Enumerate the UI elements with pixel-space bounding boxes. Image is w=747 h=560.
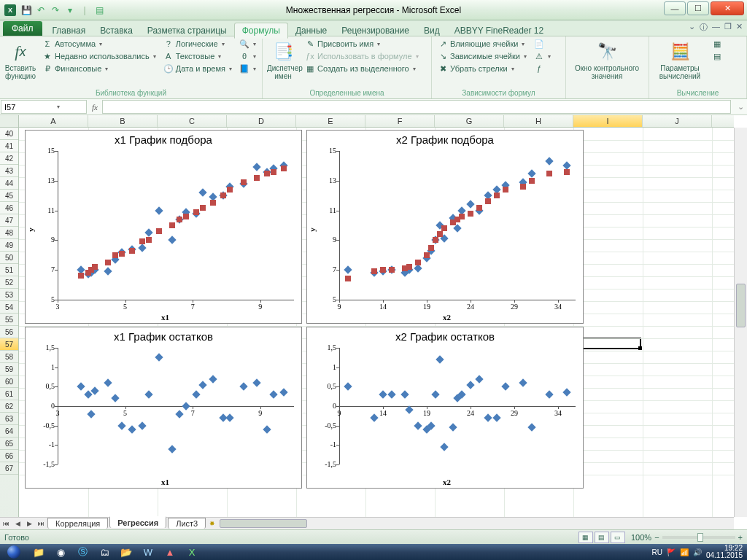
doc-restore-button[interactable]: ❐ (724, 22, 732, 33)
name-box[interactable]: ▾ (1, 100, 87, 114)
column-header[interactable]: E (296, 115, 365, 127)
show-formulas-button[interactable]: 📄 (533, 38, 552, 50)
ribbon-item[interactable]: ƒxИспользовать в формуле▾ (303, 50, 420, 62)
row-header[interactable]: 66 (0, 450, 18, 462)
ribbon-tab-вставка[interactable]: Вставка (93, 23, 140, 38)
undo-icon[interactable]: ↶ (35, 4, 47, 16)
qat-extra-icon[interactable]: ▤ (93, 4, 105, 16)
save-icon[interactable]: 💾 (20, 4, 32, 16)
row-header[interactable]: 46 (0, 202, 18, 214)
cell-grid[interactable]: x1 График подбора5791113153579x1yx2 Граф… (19, 128, 734, 517)
ribbon-tab-данные[interactable]: Данные (288, 23, 334, 38)
zoom-slider-knob[interactable] (697, 533, 703, 542)
tab-nav-last-icon[interactable]: ⏭ (35, 520, 47, 527)
ribbon-tab-вид[interactable]: Вид (417, 23, 447, 38)
column-header[interactable]: H (504, 115, 573, 127)
ribbon-item[interactable]: ★Недавно использовались▾ (41, 50, 158, 62)
row-header[interactable]: 67 (0, 462, 18, 475)
fx-button[interactable]: fx (88, 99, 102, 114)
vscroll-thumb[interactable] (736, 284, 746, 327)
ribbon-item[interactable]: ✖Убрать стрелки▾ (436, 63, 528, 74)
math-trig-button[interactable]: θ▾ (238, 50, 258, 62)
row-header[interactable]: 64 (0, 425, 18, 438)
row-header[interactable]: 54 (0, 301, 18, 314)
row-header[interactable]: 49 (0, 239, 18, 252)
zoom-in-button[interactable]: + (738, 533, 743, 542)
taskbar-folder-icon[interactable]: 🗂 (93, 544, 115, 560)
ribbon-tab-рецензирование[interactable]: Рецензирование (334, 23, 417, 38)
redo-icon[interactable]: ↷ (50, 4, 61, 16)
tab-nav-first-icon[interactable]: ⏮ (0, 520, 12, 527)
row-header[interactable]: 47 (0, 214, 18, 227)
zoom-slider[interactable] (662, 536, 735, 539)
close-button[interactable]: ✕ (711, 1, 744, 15)
ribbon-tab-abbyy-finereader-12[interactable]: ABBYY FineReader 12 (447, 23, 551, 38)
view-page-layout-button[interactable]: ▤ (595, 532, 609, 543)
name-manager-button[interactable]: 📑 Диспетчер имен (267, 38, 299, 80)
row-header[interactable]: 45 (0, 190, 18, 202)
row-header[interactable]: 60 (0, 376, 18, 388)
row-header[interactable]: 56 (0, 326, 18, 338)
ribbon-item[interactable]: ✎Присвоить имя▾ (303, 38, 420, 50)
ribbon-item[interactable]: ↘Зависимые ячейки▾ (436, 50, 528, 62)
minimize-button[interactable]: — (664, 1, 686, 15)
ribbon-tab-главная[interactable]: Главная (45, 23, 93, 38)
column-header[interactable]: B (88, 115, 158, 127)
error-check-button[interactable]: ⚠▾ (533, 50, 552, 62)
ribbon-item[interactable]: ΣАвтосумма▾ (41, 38, 158, 50)
help-icon[interactable]: ⓘ (700, 22, 708, 33)
row-header[interactable]: 41 (0, 140, 18, 152)
formula-input[interactable] (102, 100, 731, 114)
column-header[interactable]: D (227, 115, 296, 127)
new-sheet-icon[interactable]: ✸ (206, 520, 218, 527)
ribbon-item[interactable]: ↗Влияющие ячейки▾ (436, 38, 528, 50)
qat-more-icon[interactable]: ▾ (64, 4, 76, 16)
ribbon-minimize-icon[interactable]: ⌄ (689, 22, 695, 33)
sheet-tab[interactable]: Корреляция (47, 518, 108, 529)
column-header[interactable]: C (158, 115, 227, 127)
row-header[interactable]: 53 (0, 289, 18, 301)
start-button[interactable] (0, 544, 28, 560)
row-header[interactable]: 63 (0, 413, 18, 425)
horizontal-scrollbar[interactable] (218, 518, 734, 529)
tab-nav-prev-icon[interactable]: ◀ (12, 520, 23, 527)
calculate-now-button[interactable]: ▦ (711, 38, 724, 50)
language-indicator[interactable]: RU (651, 548, 662, 556)
chart-c2[interactable]: x2 График подбора57911131591419242934x2y (306, 130, 584, 324)
tray-network-icon[interactable]: 📶 (680, 548, 689, 556)
tray-sound-icon[interactable]: 🔊 (693, 548, 702, 556)
name-box-dropdown-icon[interactable]: ▾ (57, 104, 60, 110)
view-page-break-button[interactable]: ▭ (611, 532, 625, 543)
ribbon-item[interactable]: AТекстовые▾ (162, 50, 233, 62)
doc-minimize-button[interactable]: — (712, 22, 720, 33)
formula-bar-expand-icon[interactable]: ⌄ (734, 99, 747, 114)
maximize-button[interactable]: ☐ (687, 1, 709, 15)
ribbon-item[interactable]: ▦Создать из выделенного▾ (303, 63, 420, 74)
view-normal-button[interactable]: ▦ (578, 532, 593, 543)
row-header[interactable]: 40 (0, 128, 18, 140)
insert-function-button[interactable]: fx Вставить функцию (4, 38, 36, 80)
column-header[interactable]: A (19, 115, 88, 127)
file-tab[interactable]: Файл (3, 21, 42, 36)
taskbar-folder2-icon[interactable]: 📂 (115, 544, 137, 560)
taskbar-skype-icon[interactable]: Ⓢ (71, 544, 93, 560)
row-header[interactable]: 44 (0, 177, 18, 190)
row-header[interactable]: 62 (0, 400, 18, 413)
sheet-tab[interactable]: Регрессия (109, 516, 166, 528)
row-header[interactable]: 42 (0, 152, 18, 165)
row-header[interactable]: 59 (0, 363, 18, 376)
lookup-ref-button[interactable]: 🔍▾ (238, 38, 258, 50)
watch-window-button[interactable]: 🔭 Окно контрольного значения (570, 38, 643, 80)
ribbon-tab-разметка-страницы[interactable]: Разметка страницы (140, 23, 234, 38)
hscroll-thumb[interactable] (220, 519, 307, 528)
calculation-options-button[interactable]: 🧮 Параметры вычислений (654, 38, 706, 80)
taskbar-chrome-icon[interactable]: ◉ (50, 544, 71, 560)
column-header[interactable]: I (573, 115, 643, 127)
row-header[interactable]: 61 (0, 388, 18, 400)
row-header[interactable]: 65 (0, 438, 18, 450)
taskbar-pdf-icon[interactable]: ▲ (159, 544, 181, 560)
row-header[interactable]: 43 (0, 165, 18, 177)
column-header[interactable]: G (435, 115, 504, 127)
chart-c1[interactable]: x1 График подбора5791113153579x1y (25, 130, 302, 324)
ribbon-tab-формулы[interactable]: Формулы (234, 23, 288, 39)
